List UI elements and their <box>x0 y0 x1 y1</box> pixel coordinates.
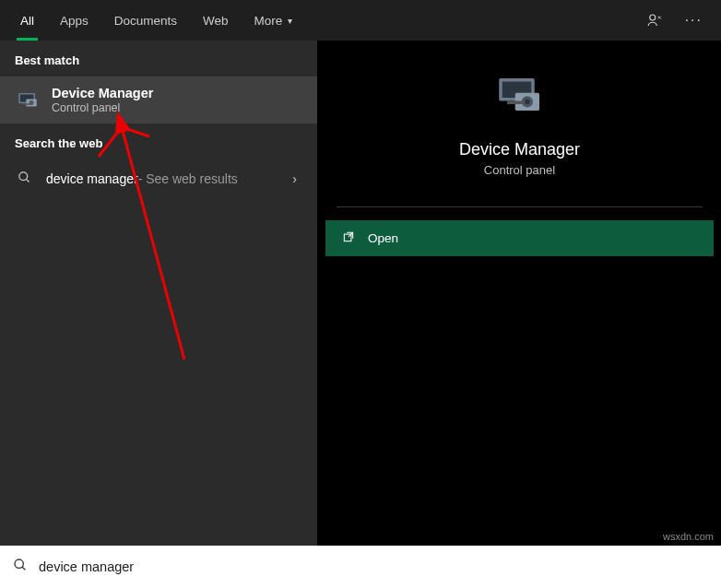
preview-title: Device Manager <box>459 140 580 159</box>
svg-point-0 <box>649 15 655 20</box>
best-match-header: Best match <box>0 41 317 76</box>
results-panel: Best match Device Manager Control panel … <box>0 41 317 546</box>
svg-line-7 <box>26 179 29 182</box>
web-suffix: - See web results <box>138 171 238 186</box>
device-manager-large-icon <box>494 72 546 123</box>
result-device-manager[interactable]: Device Manager Control panel <box>0 76 317 123</box>
divider <box>337 206 703 207</box>
feedback-icon[interactable] <box>635 0 674 41</box>
chevron-down-icon: ▾ <box>288 16 292 26</box>
chevron-right-icon: › <box>292 171 302 186</box>
search-web-header: Search the web <box>0 123 317 159</box>
tab-apps[interactable]: Apps <box>47 0 101 41</box>
result-title: Device Manager <box>52 86 302 100</box>
watermark: wsxdn.com <box>663 531 714 542</box>
tab-label: More <box>254 14 283 28</box>
tab-documents[interactable]: Documents <box>101 0 190 41</box>
svg-point-15 <box>15 559 23 568</box>
device-manager-icon <box>15 88 41 113</box>
preview-subtitle: Control panel <box>484 163 555 177</box>
tab-all[interactable]: All <box>7 0 47 41</box>
tab-more[interactable]: More▾ <box>242 0 306 41</box>
more-options-icon[interactable]: ··· <box>674 0 714 41</box>
preview-panel: Device Manager Control panel Open <box>317 41 721 546</box>
tab-web[interactable]: Web <box>190 0 242 41</box>
search-bar <box>0 546 721 588</box>
search-input[interactable] <box>39 559 708 574</box>
svg-point-6 <box>18 172 27 181</box>
tab-label: Apps <box>60 14 89 28</box>
open-label: Open <box>368 231 398 245</box>
tab-label: Web <box>203 14 229 28</box>
svg-point-12 <box>525 100 530 105</box>
svg-rect-5 <box>23 103 30 105</box>
tab-label: All <box>20 14 34 28</box>
svg-rect-13 <box>507 101 524 105</box>
svg-line-16 <box>22 567 25 570</box>
web-result[interactable]: device manager - See web results › <box>0 159 317 198</box>
result-subtitle: Control panel <box>52 101 302 114</box>
tab-label: Documents <box>114 14 177 28</box>
search-icon <box>15 171 33 187</box>
search-icon <box>13 558 28 576</box>
open-icon <box>342 230 355 246</box>
search-tabs: All Apps Documents Web More▾ ··· <box>0 0 721 41</box>
web-query: device manager <box>46 171 138 186</box>
open-action[interactable]: Open <box>325 220 714 256</box>
